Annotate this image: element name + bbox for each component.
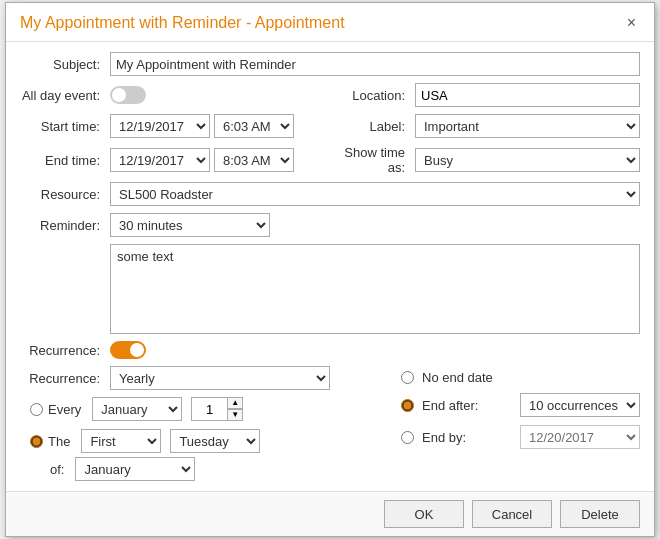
ok-button[interactable]: OK: [384, 500, 464, 528]
dialog-content: Subject: All day event: Location: Start …: [6, 42, 654, 491]
recurrence-type-label: Recurrence:: [20, 371, 110, 386]
label-label: Label:: [335, 119, 415, 134]
dialog-title: My Appointment with Reminder - Appointme…: [20, 14, 345, 32]
location-input[interactable]: [415, 83, 640, 107]
recurrence-toggle-slider: [110, 341, 146, 359]
every-label: Every: [48, 402, 81, 417]
endtime-showas-row: End time: 12/19/2017 8:03 AM Show time a…: [20, 145, 640, 175]
no-end-radio[interactable]: [401, 371, 414, 384]
label-section: Label: Important: [325, 114, 640, 138]
toggle-slider: [110, 86, 146, 104]
cancel-button[interactable]: Cancel: [472, 500, 552, 528]
delete-button[interactable]: Delete: [560, 500, 640, 528]
end-date-select[interactable]: 12/19/2017: [110, 148, 210, 172]
body-label: [20, 244, 110, 334]
ordinal-select[interactable]: FirstSecondThirdFourthLast: [81, 429, 161, 453]
of-month-select[interactable]: JanuaryFebruaryMarchApril MayJuneJulyAug…: [75, 457, 195, 481]
the-row: The FirstSecondThirdFourthLast MondayTue…: [30, 429, 391, 453]
end-options-section: No end date End after: 10 occurrences 5 …: [401, 366, 640, 481]
reminder-label: Reminder:: [20, 218, 110, 233]
start-time-select[interactable]: 6:03 AM: [214, 114, 294, 138]
end-after-radio[interactable]: [401, 399, 414, 412]
every-day-spinner: ▲ ▼: [227, 397, 243, 421]
the-section: The FirstSecondThirdFourthLast MondayTue…: [30, 429, 391, 481]
appointment-dialog: My Appointment with Reminder - Appointme…: [5, 2, 655, 537]
every-day-up[interactable]: ▲: [227, 397, 243, 409]
start-date-select[interactable]: 12/19/2017: [110, 114, 210, 138]
every-month-select[interactable]: JanuaryFebruaryMarchApril MayJuneJulyAug…: [92, 397, 182, 421]
end-time-select[interactable]: 8:03 AM: [214, 148, 294, 172]
resource-row: Resource: SL500 Roadster: [20, 182, 640, 206]
the-radio[interactable]: [30, 435, 43, 448]
subject-label: Subject:: [20, 57, 110, 72]
end-by-row: End by: 12/20/2017: [401, 425, 640, 449]
reminder-row: Reminder: 30 minutes: [20, 213, 640, 237]
every-day-input[interactable]: [191, 397, 227, 421]
showas-section: Show time as: Busy: [325, 145, 640, 175]
end-label: End time:: [20, 153, 110, 168]
allday-label: All day event:: [20, 88, 110, 103]
end-after-row: End after: 10 occurrences 5 occurrences …: [401, 393, 640, 417]
every-row: Every JanuaryFebruaryMarchApril MayJuneJ…: [30, 397, 391, 421]
recurrence-type-row: Recurrence: Yearly Daily Weekly Monthly: [20, 366, 391, 390]
of-label: of:: [50, 462, 64, 477]
label-select[interactable]: Important: [415, 114, 640, 138]
no-end-label: No end date: [422, 370, 512, 385]
end-by-label: End by:: [422, 430, 512, 445]
the-label: The: [48, 434, 70, 449]
recurrence-main-area: Recurrence: Yearly Daily Weekly Monthly …: [20, 366, 640, 481]
every-day-down[interactable]: ▼: [227, 409, 243, 421]
end-by-date-select[interactable]: 12/20/2017: [520, 425, 640, 449]
location-label: Location:: [335, 88, 415, 103]
subject-row: Subject:: [20, 52, 640, 76]
dialog-footer: OK Cancel Delete: [6, 491, 654, 536]
resource-select[interactable]: SL500 Roadster: [110, 182, 640, 206]
end-after-label: End after:: [422, 398, 512, 413]
every-radio[interactable]: [30, 403, 43, 416]
of-row: of: JanuaryFebruaryMarchApril MayJuneJul…: [30, 457, 391, 481]
starttime-label-row: Start time: 12/19/2017 6:03 AM Label: Im…: [20, 114, 640, 138]
allday-section: All day event:: [20, 86, 325, 104]
body-textarea[interactable]: some text: [110, 244, 640, 334]
recurrence-toggle-label: Recurrence:: [20, 343, 110, 358]
close-button[interactable]: ×: [623, 13, 640, 33]
body-row: some text: [20, 244, 640, 334]
starttime-section: Start time: 12/19/2017 6:03 AM: [20, 114, 325, 138]
showas-label: Show time as:: [335, 145, 415, 175]
no-end-row: No end date: [401, 370, 640, 385]
recurrence-left: Recurrence: Yearly Daily Weekly Monthly …: [20, 366, 391, 481]
subject-input[interactable]: [110, 52, 640, 76]
occurrences-spinbox: 10 occurrences 5 occurrences 20 occurren…: [520, 393, 640, 417]
resource-label: Resource:: [20, 187, 110, 202]
showas-select[interactable]: Busy: [415, 148, 640, 172]
allday-toggle[interactable]: [110, 86, 146, 104]
location-section: Location:: [325, 83, 640, 107]
start-label: Start time:: [20, 119, 110, 134]
title-bar: My Appointment with Reminder - Appointme…: [6, 3, 654, 42]
reminder-select[interactable]: 30 minutes: [110, 213, 270, 237]
recurrence-type-select[interactable]: Yearly Daily Weekly Monthly: [110, 366, 330, 390]
recurrence-toggle[interactable]: [110, 341, 146, 359]
occurrences-select[interactable]: 10 occurrences 5 occurrences 20 occurren…: [520, 393, 640, 417]
end-by-radio[interactable]: [401, 431, 414, 444]
recurrence-toggle-row: Recurrence:: [20, 341, 640, 359]
endtime-section: End time: 12/19/2017 8:03 AM: [20, 148, 325, 172]
allday-location-row: All day event: Location:: [20, 83, 640, 107]
weekday-select[interactable]: MondayTuesdayWednesday ThursdayFridaySat…: [170, 429, 260, 453]
